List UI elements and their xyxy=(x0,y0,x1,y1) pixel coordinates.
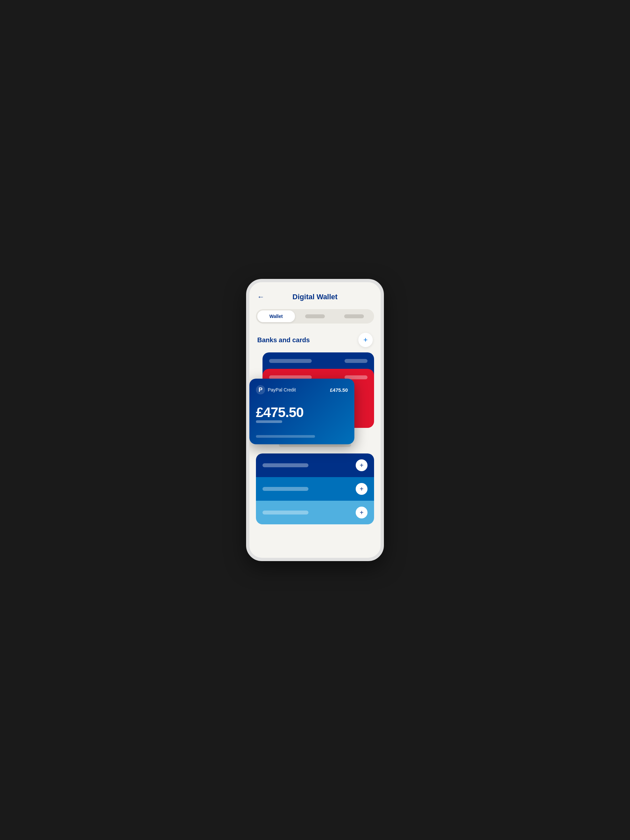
section-header: Banks and cards + xyxy=(249,330,381,352)
phone-screen: ← Digital Wallet Wallet Banks and cards … xyxy=(249,282,381,531)
pp-card-sub-line xyxy=(256,420,282,423)
header: ← Digital Wallet xyxy=(249,282,381,306)
back-button[interactable]: ← xyxy=(257,293,264,301)
bottom-card-item-2[interactable]: + xyxy=(256,477,374,501)
tab-2-placeholder xyxy=(305,314,325,318)
paypal-credit-card[interactable]: P PayPal Credit £475.50 £475.50 xyxy=(249,379,354,444)
card-back-row xyxy=(269,359,368,363)
tab-2[interactable] xyxy=(296,310,334,322)
tab-3[interactable] xyxy=(335,310,373,322)
bottom-cards-list: + + + xyxy=(256,453,374,524)
section-title: Banks and cards xyxy=(257,336,310,344)
pp-card-name: PayPal Credit xyxy=(268,387,296,392)
pp-card-header: P PayPal Credit £475.50 xyxy=(256,385,348,395)
add-card-button[interactable]: + xyxy=(358,333,373,347)
paypal-logo-icon: P xyxy=(256,385,265,395)
bottom-add-btn-3[interactable]: + xyxy=(356,507,368,518)
bottom-add-btn-1[interactable]: + xyxy=(356,459,368,471)
tabs-bar: Wallet xyxy=(256,309,374,324)
bottom-card-item-1[interactable]: + xyxy=(256,453,374,477)
pp-card-amount: £475.50 xyxy=(256,404,348,420)
bottom-add-btn-2[interactable]: + xyxy=(356,483,368,495)
card-back-line-long xyxy=(269,359,312,363)
bottom-card-line-3 xyxy=(262,510,308,515)
tab-wallet[interactable]: Wallet xyxy=(257,310,295,322)
card-stack-area: P PayPal Credit £475.50 £475.50 xyxy=(256,352,374,438)
pp-card-logo-area: P PayPal Credit xyxy=(256,385,296,395)
pp-card-bottom-line xyxy=(256,435,315,438)
pp-card-balance-top: £475.50 xyxy=(330,387,348,393)
bottom-card-line-1 xyxy=(262,463,308,467)
bottom-card-item-3[interactable]: + xyxy=(256,501,374,524)
svg-text:P: P xyxy=(259,387,262,393)
pp-card-amount-area: £475.50 xyxy=(256,404,348,425)
card-back-line-short xyxy=(344,359,368,363)
tab-3-placeholder xyxy=(344,314,364,318)
page-title: Digital Wallet xyxy=(292,293,337,301)
bottom-card-line-2 xyxy=(262,487,308,491)
phone-frame: ← Digital Wallet Wallet Banks and cards … xyxy=(246,279,384,561)
